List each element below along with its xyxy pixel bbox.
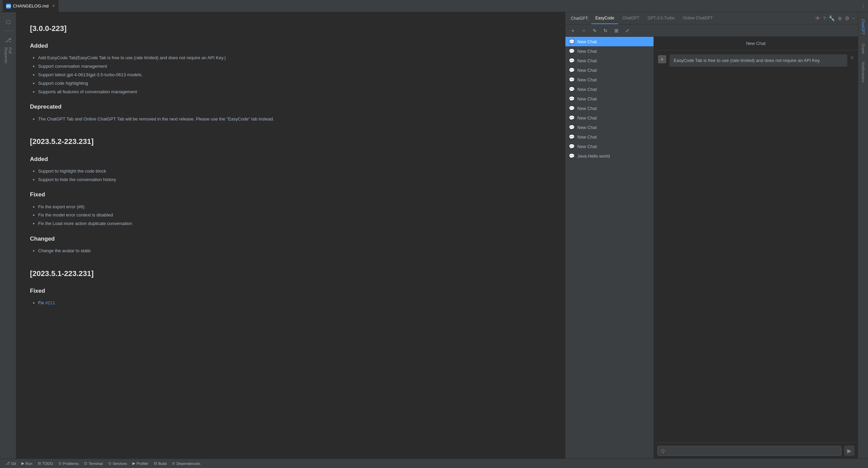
add-conversation-btn[interactable]: + bbox=[568, 26, 578, 35]
activity-bar: ⬡ ⎇ Pull Requests bbox=[0, 12, 16, 458]
chat-title: New Chat bbox=[746, 41, 766, 46]
git-status[interactable]: ⎇ Git bbox=[3, 459, 19, 468]
chat-item-5[interactable]: 💬 New Chat bbox=[565, 84, 654, 94]
chat-bubble-icon: 💬 bbox=[569, 48, 575, 54]
fix-link[interactable]: #211 bbox=[45, 300, 55, 305]
activity-separator-1 bbox=[3, 31, 13, 31]
chat-item-12[interactable]: 💬 Java Hello world bbox=[565, 151, 654, 161]
tab-chatgpt[interactable]: ChatGPT bbox=[618, 12, 643, 24]
sidebar-notifications-label[interactable]: Notifications bbox=[859, 59, 868, 86]
chat-bubble-icon: 💬 bbox=[569, 58, 575, 63]
wrench-icon[interactable]: 🔧 bbox=[829, 15, 835, 21]
list-item: Support latest gpt-4-0613/gpt-3.5-turbo-… bbox=[38, 71, 551, 79]
chat-item-7[interactable]: 💬 New Chat bbox=[565, 103, 654, 113]
chat-item-8[interactable]: 💬 New Chat bbox=[565, 113, 654, 123]
dependencies-status[interactable]: ⊙ Dependencies bbox=[169, 459, 203, 468]
problems-status[interactable]: ⊙ Problems bbox=[56, 459, 81, 468]
problems-icon: ⊙ bbox=[59, 461, 62, 466]
minimize-icon[interactable]: − bbox=[852, 15, 855, 21]
chat-bubble-icon: 💬 bbox=[569, 125, 575, 130]
profiler-status[interactable]: ▶ Profiler bbox=[130, 459, 151, 468]
tab-changelog[interactable]: MD CHANGELOG.md ✕ bbox=[3, 0, 59, 12]
section-2-fixed-heading: Fixed bbox=[30, 190, 551, 199]
chatgpt-label: ChatGPT: bbox=[568, 16, 591, 21]
section-3-fixed-list: Fix #211 bbox=[30, 300, 551, 307]
section-1-added-list: Add EasyCode Tab(EasyCode Tab is free to… bbox=[30, 54, 551, 95]
chat-item-4[interactable]: 💬 New Chat bbox=[565, 75, 654, 84]
settings-icon[interactable]: ⚙ bbox=[845, 15, 849, 21]
remove-conversation-btn[interactable]: − bbox=[579, 26, 589, 35]
message-row-0: ≡ EasyCode Tab is free to use (rate limi… bbox=[658, 54, 854, 67]
project-icon[interactable]: ⬡ bbox=[1, 15, 15, 29]
run-status[interactable]: ▶ Run bbox=[19, 459, 35, 468]
chat-bubble-icon: 💬 bbox=[569, 77, 575, 82]
services-icon: ⊙ bbox=[108, 461, 111, 466]
list-item: Add EasyCode Tab(EasyCode Tab is free to… bbox=[38, 54, 551, 62]
status-bar: ⎇ Git ▶ Run ⊟ TODO ⊙ Problems ⊡ Terminal… bbox=[0, 458, 868, 468]
chat-bubble-icon: 💬 bbox=[569, 67, 575, 73]
chat-main: New Chat ≡ EasyCode Tab is free to use (… bbox=[654, 37, 858, 458]
build-status[interactable]: ⊟ Build bbox=[151, 459, 169, 468]
section-3-heading: [2023.5.1-223.231] bbox=[30, 268, 551, 279]
chat-item-3[interactable]: 💬 New Chat bbox=[565, 65, 654, 75]
terminal-status[interactable]: ⊡ Terminal bbox=[81, 459, 106, 468]
refresh-btn[interactable]: ↻ bbox=[601, 26, 610, 35]
tab-label: CHANGELOG.md bbox=[13, 3, 49, 9]
terminal-label: Terminal bbox=[89, 462, 103, 466]
chat-input[interactable] bbox=[657, 446, 841, 456]
image-btn[interactable]: ⊞ bbox=[612, 26, 621, 35]
todo-status[interactable]: ⊟ TODO bbox=[35, 459, 56, 468]
pull-requests-icon[interactable]: Pull Requests bbox=[1, 47, 15, 68]
chat-bubble-icon: 💬 bbox=[569, 86, 575, 92]
list-item: Support to highlight the code block bbox=[38, 168, 551, 175]
run-icon: ▶ bbox=[21, 461, 24, 466]
git-icon[interactable]: ⎇ bbox=[1, 33, 15, 47]
main-area: ⬡ ⎇ Pull Requests [3.0.0-223] Added Add … bbox=[0, 12, 868, 458]
chat-item-label: New Chat bbox=[577, 68, 597, 73]
chat-bubble-icon: 💬 bbox=[569, 134, 575, 140]
chat-item-label: New Chat bbox=[577, 115, 597, 120]
message-avatar: ≡ bbox=[658, 55, 666, 63]
question-icon[interactable]: ? bbox=[823, 15, 826, 21]
chat-bubble-icon: 💬 bbox=[569, 106, 575, 111]
list-item: Supports all features of conversation ma… bbox=[38, 88, 551, 96]
edit-conversation-btn[interactable]: ✎ bbox=[590, 26, 599, 35]
chat-item-label: New Chat bbox=[577, 58, 597, 63]
export-btn[interactable]: ⤢ bbox=[623, 26, 632, 35]
terminal-icon: ⊡ bbox=[84, 461, 87, 466]
chat-body: 💬 New Chat 💬 New Chat 💬 New Chat 💬 New C… bbox=[565, 37, 858, 458]
chat-tab-icons: 👁 ? 🔧 ⊕ ⚙ − bbox=[815, 15, 855, 21]
list-item: Support to hide the conversation history bbox=[38, 176, 551, 183]
services-status[interactable]: ⊙ Services bbox=[106, 459, 130, 468]
chat-item-1[interactable]: 💬 New Chat bbox=[565, 46, 654, 56]
profiler-label: Profiler bbox=[136, 462, 148, 466]
tab-close-btn[interactable]: ✕ bbox=[52, 4, 55, 8]
chat-item-0[interactable]: 💬 New Chat bbox=[565, 37, 654, 46]
copy-icon[interactable]: ⧉ bbox=[851, 55, 854, 60]
tab-gpt35[interactable]: GPT-3.5-Turbo bbox=[643, 12, 679, 24]
sidebar-chatgpt-label[interactable]: ChatGPT bbox=[859, 15, 868, 39]
list-item: Support conversation management bbox=[38, 63, 551, 70]
github-icon[interactable]: ⊕ bbox=[838, 15, 842, 21]
send-button[interactable]: ▶ bbox=[844, 446, 854, 456]
chat-toolbar: + − ✎ ↻ ⊞ ⤢ bbox=[565, 25, 858, 37]
build-icon: ⊟ bbox=[154, 461, 157, 466]
editor-area: [3.0.0-223] Added Add EasyCode Tab(EasyC… bbox=[16, 12, 565, 458]
chat-messages: ≡ EasyCode Tab is free to use (rate limi… bbox=[654, 50, 858, 442]
run-label: Run bbox=[26, 462, 32, 466]
chat-item-9[interactable]: 💬 New Chat bbox=[565, 123, 654, 132]
tab-easycode[interactable]: EasyCode bbox=[591, 12, 618, 24]
section-2-added-list: Support to highlight the code block Supp… bbox=[30, 168, 551, 183]
sidebar-grade-label[interactable]: Grade bbox=[859, 40, 868, 57]
chat-item-10[interactable]: 💬 New Chat bbox=[565, 132, 654, 142]
right-sidebar: ChatGPT Grade Notifications bbox=[858, 12, 868, 458]
tab-online-chatgpt[interactable]: Online ChatGPT bbox=[679, 12, 717, 24]
chat-item-6[interactable]: 💬 New Chat bbox=[565, 94, 654, 103]
chat-item-2[interactable]: 💬 New Chat bbox=[565, 56, 654, 65]
eye-icon[interactable]: 👁 bbox=[815, 15, 820, 21]
chat-bubble-icon: 💬 bbox=[569, 144, 575, 149]
chat-item-11[interactable]: 💬 New Chat bbox=[565, 142, 654, 151]
list-item: Fix the Load more action duplicate conve… bbox=[38, 220, 551, 227]
message-content: EasyCode Tab is free to use (rate limite… bbox=[670, 54, 847, 67]
ellipsis-icon[interactable]: ⋮ bbox=[861, 3, 865, 9]
